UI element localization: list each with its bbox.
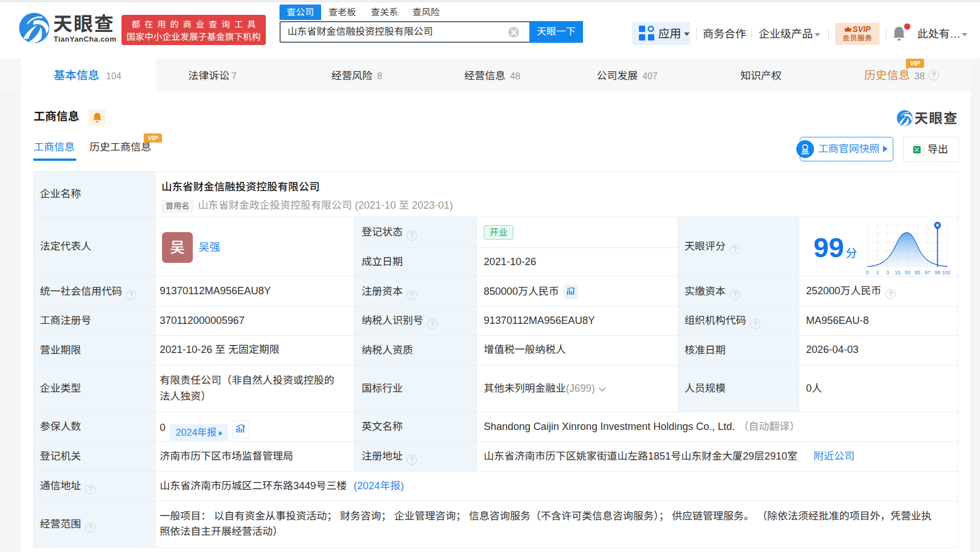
- svg-text:99: 99: [934, 270, 940, 275]
- svg-text:0: 0: [866, 270, 869, 275]
- svg-text:15: 15: [894, 270, 900, 275]
- svg-text:1: 1: [876, 270, 879, 275]
- svg-text:50: 50: [905, 270, 910, 275]
- svg-text:3: 3: [886, 270, 889, 275]
- svg-text:97: 97: [925, 270, 930, 275]
- svg-text:85: 85: [914, 270, 920, 275]
- svg-text:100: 100: [942, 270, 950, 275]
